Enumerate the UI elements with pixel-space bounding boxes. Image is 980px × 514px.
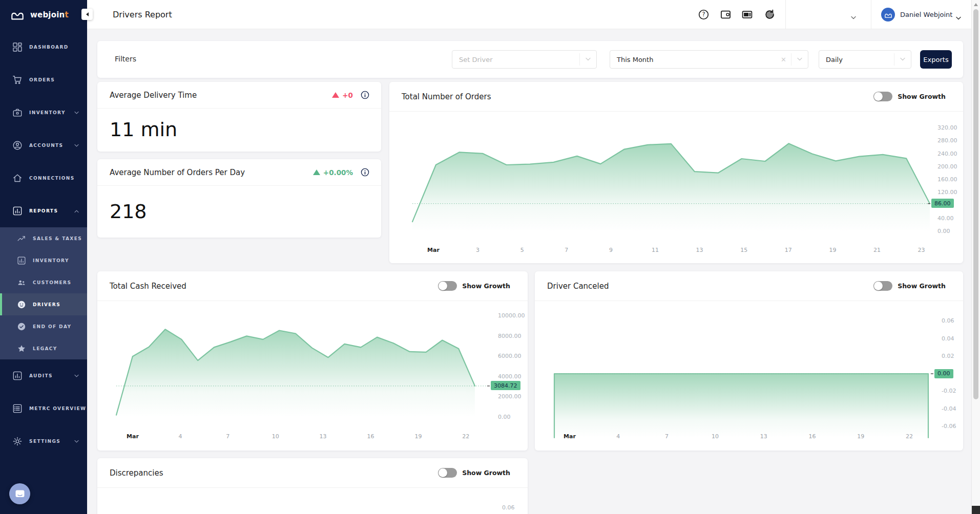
total-cash-received-card: Total Cash Received Show Growth 10000.00… xyxy=(97,271,528,451)
chevron-down-icon xyxy=(74,440,79,443)
toggle-knob xyxy=(439,282,447,290)
sidebar-collapse-button[interactable] xyxy=(81,9,93,20)
sidebar-item-drivers[interactable]: DRIVERS xyxy=(0,293,87,315)
period-select[interactable]: This Month ✕ xyxy=(610,50,808,69)
x-axis-label: 7 xyxy=(654,433,679,440)
chat-icon xyxy=(14,489,26,499)
chevron-down-icon xyxy=(791,57,808,61)
user-menu[interactable]: Daniel Webjoint xyxy=(900,11,952,18)
gear-icon xyxy=(12,436,23,446)
sidebar-item-connections[interactable]: CONNECTIONS xyxy=(0,162,87,195)
scrollbar-bottom-corner[interactable] xyxy=(972,506,980,514)
sidebar-item-audits[interactable]: AUDITS xyxy=(0,359,87,392)
x-axis-label: 13 xyxy=(752,433,776,440)
x-axis-label: 19 xyxy=(820,247,845,253)
brand-name: webjoint xyxy=(30,10,69,19)
chat-launcher-button[interactable] xyxy=(9,483,30,504)
show-growth-toggle[interactable] xyxy=(438,281,457,291)
x-axis-label: 13 xyxy=(311,433,336,440)
toggle-knob xyxy=(439,468,447,477)
refresh-icon[interactable] xyxy=(764,9,776,20)
show-growth-toggle[interactable] xyxy=(873,281,892,291)
sidebar-item-reports[interactable]: REPORTS xyxy=(0,195,87,227)
y-axis-tick: 0.04 xyxy=(942,335,954,342)
granularity-select-value: Daily xyxy=(819,56,894,63)
x-axis-label: 7 xyxy=(216,433,240,440)
toggle-knob xyxy=(874,92,883,101)
register-icon[interactable] xyxy=(741,9,753,20)
x-axis-label: Mar xyxy=(557,433,582,440)
sidebar-item-inventory-report[interactable]: INVENTORY xyxy=(0,249,87,271)
card-header: Average Number of Orders Per Day +0.00% xyxy=(97,159,381,186)
person-circle-icon xyxy=(12,140,23,151)
brand-logo[interactable]: webjoint xyxy=(0,0,87,29)
list-box-icon xyxy=(12,403,23,414)
x-axis-label: 17 xyxy=(776,247,801,253)
y-axis-tick: 0.06 xyxy=(502,504,515,511)
trend-up-icon xyxy=(17,234,26,243)
briefcase-icon xyxy=(12,108,23,118)
y-axis-tick: 120.00 xyxy=(937,189,957,196)
sidebar-item-orders[interactable]: ORDERS xyxy=(0,63,87,96)
show-growth-control: Show Growth xyxy=(438,281,510,291)
info-icon[interactable] xyxy=(360,167,370,177)
y-axis-tick: 320.00 xyxy=(937,124,957,131)
card-title: Discrepancies xyxy=(110,468,438,478)
discrepancies-card: Discrepancies Show Growth 0.06 xyxy=(97,458,528,514)
x-axis-label: 23 xyxy=(909,247,934,253)
people-icon xyxy=(17,278,26,287)
avatar-crown-icon xyxy=(884,11,892,18)
clear-icon[interactable]: ✕ xyxy=(776,56,791,63)
y-axis-tick: 0.06 xyxy=(942,317,954,324)
granularity-select[interactable]: Daily xyxy=(819,50,911,69)
scrollbar-thumb[interactable] xyxy=(973,9,978,399)
sidebar-item-inventory[interactable]: INVENTORY xyxy=(0,96,87,129)
card-title: Driver Canceled xyxy=(547,282,873,291)
sidebar-item-metrc-overview[interactable]: METRC OVERVIEW xyxy=(0,392,87,425)
user-avatar[interactable] xyxy=(881,8,895,22)
x-axis-label: 4 xyxy=(606,433,631,440)
store-select[interactable] xyxy=(799,4,860,25)
page-scrollbar[interactable] xyxy=(971,0,980,514)
y-axis-tick: 200.00 xyxy=(937,163,957,170)
info-icon[interactable] xyxy=(360,90,370,100)
x-axis-label: 7 xyxy=(554,247,579,253)
driver-select[interactable]: Set Driver xyxy=(452,50,597,69)
help-icon[interactable]: ? xyxy=(698,9,710,20)
card-header: Average Delivery Time +0 xyxy=(97,82,381,109)
sidebar-item-sales-taxes[interactable]: SALES & TAXES xyxy=(0,227,87,249)
y-axis-tick: 10000.00 xyxy=(498,312,525,319)
show-growth-label: Show Growth xyxy=(462,282,510,290)
wallet-icon[interactable] xyxy=(720,9,732,20)
y-axis-tick: 6000.00 xyxy=(498,353,522,359)
show-growth-toggle[interactable] xyxy=(438,468,457,478)
scroll-up-arrow-icon[interactable] xyxy=(974,3,978,6)
exports-button[interactable]: Exports xyxy=(920,50,952,69)
sidebar-item-settings[interactable]: SETTINGS xyxy=(0,425,87,458)
sidebar-item-customers[interactable]: CUSTOMERS xyxy=(0,271,87,293)
sidebar-item-legacy[interactable]: LEGACY xyxy=(0,337,87,359)
y-axis-tick: 0.00 xyxy=(937,228,950,234)
webjoint-crown-icon xyxy=(10,9,25,21)
show-growth-toggle[interactable] xyxy=(873,92,892,101)
x-axis-label: Mar xyxy=(421,247,446,253)
x-axis-label: 22 xyxy=(897,433,922,440)
current-value-badge: 86.00 xyxy=(931,199,954,208)
current-value-badge: 0.00 xyxy=(934,369,953,378)
card-header: Total Cash Received Show Growth xyxy=(97,271,528,301)
y-axis-tick: 4000.00 xyxy=(498,373,522,380)
card-title: Total Cash Received xyxy=(110,282,438,291)
show-growth-control: Show Growth xyxy=(438,468,510,478)
x-axis-label: 19 xyxy=(406,433,430,440)
user-chevron-down-icon[interactable] xyxy=(956,13,961,17)
x-axis-label: 10 xyxy=(263,433,288,440)
x-axis-label: 4 xyxy=(168,433,193,440)
sidebar-item-accounts[interactable]: ACCOUNTS xyxy=(0,129,87,162)
show-growth-label: Show Growth xyxy=(898,93,946,100)
period-select-value: This Month xyxy=(610,56,776,63)
x-axis-label: Mar xyxy=(120,433,145,440)
y-axis-tick: 8000.00 xyxy=(498,333,522,339)
sidebar-item-dashboard[interactable]: DASHBOARD xyxy=(0,31,87,63)
sidebar-item-end-of-day[interactable]: END OF DAY xyxy=(0,315,87,337)
delta-badge: +0 xyxy=(332,91,353,99)
